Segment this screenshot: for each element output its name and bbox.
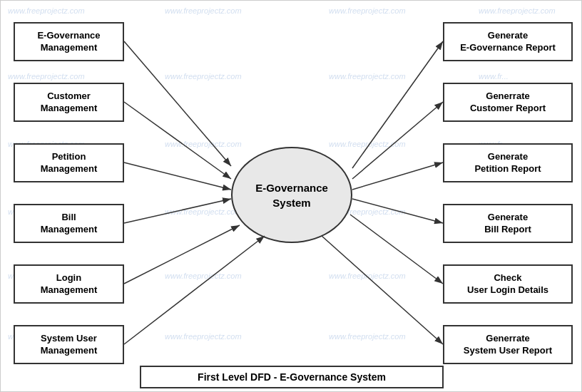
wm6-c: www.freeprojectz.com — [165, 332, 242, 341]
check-login-box: CheckUser Login Details — [443, 264, 573, 304]
wm2-c: www.freeprojectz.com — [165, 72, 242, 81]
arrow-center-to-egov-report — [352, 41, 443, 168]
egov-management-box: E-Governance Management — [14, 22, 124, 61]
wm2-fr: www.fr... — [479, 72, 509, 81]
bill-management-box: BillManagement — [14, 204, 124, 243]
gen-customer-report-box: GenerrateCustomer Report — [443, 83, 573, 122]
gen-egov-report-box: GenerateE-Governance Report — [443, 22, 573, 61]
wm5-r1: www.freeprojectz.com — [329, 272, 406, 280]
watermark-tr: www.freeprojectz.com — [479, 6, 556, 15]
wm3-c2: www.freeprojectz.com — [329, 140, 406, 148]
customer-management-box: CustomerManagement — [14, 83, 124, 122]
wm2-l: www.freeprojectz.com — [8, 72, 85, 81]
petition-management-box: PetitionManagement — [14, 143, 124, 182]
wm6-r: www.freeprojectz.com — [329, 332, 406, 341]
gen-bill-report-box: GenerateBill Report — [443, 204, 573, 243]
center-circle: E-GovernanceSystem — [231, 147, 352, 243]
watermark-tc2: www.freeprojectz.com — [329, 6, 406, 15]
main-container: www.freeprojectz.com www.freeprojectz.co… — [0, 0, 582, 392]
arrow-egov-to-center — [124, 41, 231, 166]
wm5-c: www.freeprojectz.com — [165, 272, 242, 280]
arrow-center-to-sysuser-report — [322, 236, 443, 344]
watermark-tc1: www.freeprojectz.com — [165, 6, 242, 15]
arrow-center-to-petition-report — [352, 163, 443, 190]
arrow-customer-to-center — [124, 102, 231, 179]
wm2-r: www.freeprojectz.com — [329, 72, 406, 81]
arrow-center-to-login-check — [350, 215, 443, 284]
gen-sysuser-report-box: GenerrateSystem User Report — [443, 325, 573, 364]
sysuser-management-box: System UserManagement — [14, 325, 124, 364]
arrow-center-to-customer-report — [352, 102, 443, 179]
wm4-c1: www.freeprojectz.com — [165, 207, 242, 216]
wm3-c1: www.freeprojectz.com — [165, 140, 242, 148]
watermark-tl: www.freeprojectz.com — [8, 6, 85, 15]
arrow-login-to-center — [124, 225, 240, 284]
login-management-box: LoginManagement — [14, 264, 124, 304]
gen-petition-report-box: GeneratePetition Report — [443, 143, 573, 182]
arrow-center-to-bill-report — [352, 199, 443, 223]
arrow-bill-to-center — [124, 199, 231, 223]
arrow-petition-to-center — [124, 163, 231, 190]
bottom-label: First Level DFD - E-Governance System — [140, 366, 444, 388]
arrow-sysuser-to-center — [124, 236, 265, 344]
